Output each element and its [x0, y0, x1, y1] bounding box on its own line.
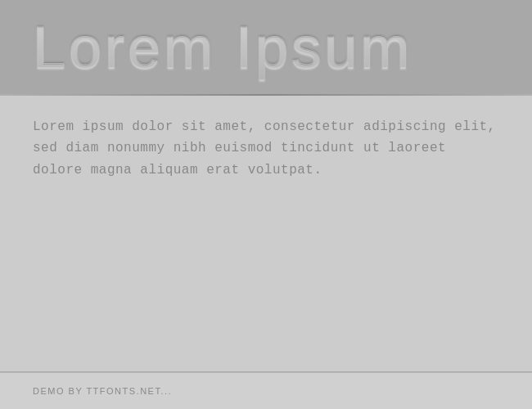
page-wrapper: Lorem Ipsum Lorem ipsum dolor sit amet, … — [0, 0, 532, 409]
body-text: Lorem ipsum dolor sit amet, consectetur … — [33, 116, 499, 181]
footer-demo-text: DEMO BY TTFONTS.NET... — [33, 386, 172, 396]
page-title: Lorem Ipsum — [33, 14, 413, 81]
content-section: Lorem ipsum dolor sit amet, consectetur … — [0, 96, 532, 371]
header-section: Lorem Ipsum — [0, 0, 532, 94]
footer-section: DEMO BY TTFONTS.NET... — [0, 372, 532, 409]
